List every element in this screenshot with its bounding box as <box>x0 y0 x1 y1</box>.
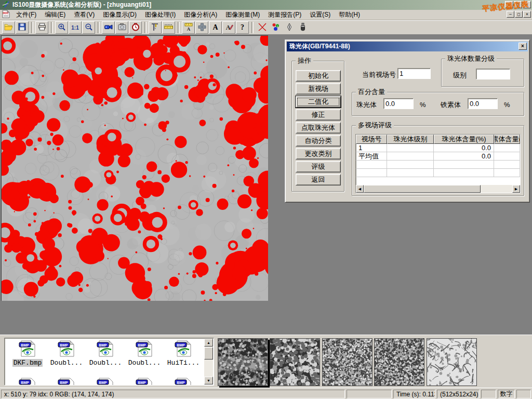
file-name[interactable]: DKF.bmp <box>12 359 43 367</box>
svg-text:BMP: BMP <box>138 343 146 347</box>
scroll-up-icon[interactable]: ▲ <box>204 339 213 347</box>
col-pearlite-content: 珠光体含量(%) <box>434 135 494 144</box>
menu-edit[interactable]: 编辑(E) <box>41 10 70 20</box>
scrollbar-thumb[interactable] <box>204 347 213 360</box>
table-horizontal-scrollbar[interactable]: ◀ ▶ <box>356 185 520 193</box>
zoom-out-button[interactable] <box>82 21 95 34</box>
scrollbar-track[interactable] <box>481 185 512 193</box>
file-name[interactable]: Doubl... <box>88 359 123 367</box>
open-folder-icon <box>4 23 13 32</box>
svg-text:BMP: BMP <box>99 343 107 347</box>
save-button[interactable] <box>16 21 29 34</box>
svg-text:BMP: BMP <box>177 343 185 347</box>
text-tool-button[interactable]: A <box>209 21 222 34</box>
pen-tool-button[interactable] <box>283 21 296 34</box>
file-name[interactable]: Doubl... <box>49 359 84 367</box>
thumbnail-canvas[interactable] <box>270 338 320 386</box>
ferrite-percent-input[interactable] <box>468 98 498 109</box>
timer-button[interactable] <box>129 21 142 34</box>
dialog-title-bar[interactable]: 珠光体(GB/T9441-88) × <box>287 42 528 51</box>
grade-button[interactable]: 评级 <box>296 161 341 172</box>
thumbnail-canvas[interactable] <box>427 338 477 386</box>
bmp-file-icon: BMP <box>58 340 75 357</box>
menu-image-processing[interactable]: 图像处理(I) <box>141 10 180 20</box>
menu-file[interactable]: 文件(F) <box>12 10 41 20</box>
file-item[interactable]: BMP <box>9 378 46 385</box>
file-item[interactable]: BMP Doubl... <box>126 340 163 367</box>
classify-tool-button[interactable]: 3 <box>269 21 282 34</box>
menu-image-measure[interactable]: 图像测量(M) <box>221 10 264 20</box>
file-item[interactable]: BMP Doubl... <box>87 340 124 367</box>
scroll-left-icon[interactable]: ◀ <box>356 185 364 193</box>
close-button[interactable]: × <box>523 1 531 8</box>
menu-view[interactable]: 查看(V) <box>70 10 99 20</box>
file-item[interactable]: BMP <box>87 378 124 385</box>
status-time: Time (s): 0.113 <box>393 390 435 398</box>
thumbnail-canvas[interactable] <box>374 338 424 386</box>
level-input[interactable] <box>476 69 510 79</box>
video-capture-button[interactable] <box>102 21 115 34</box>
thumbnail-canvas[interactable] <box>322 338 373 386</box>
help-button[interactable]: ? <box>236 21 249 34</box>
cell-pearlite-content: 0.0 <box>434 152 494 161</box>
zoom-in-button[interactable] <box>55 21 68 34</box>
pearlite-percent-input[interactable] <box>383 98 414 109</box>
snapshot-button[interactable] <box>115 21 128 34</box>
thumbnail-canvas[interactable] <box>218 338 268 386</box>
menu-help[interactable]: 帮助(H) <box>335 10 364 20</box>
micrograph-canvas[interactable] <box>1 35 268 301</box>
curve-tool-button[interactable] <box>256 21 269 34</box>
menu-measure-report[interactable]: 测量报告(P) <box>264 10 305 20</box>
bmp-file-icon: BMP <box>175 378 192 385</box>
file-item[interactable]: BMP HuiTi... <box>165 340 202 367</box>
svg-text:BMP: BMP <box>21 381 29 384</box>
minimize-button[interactable]: — <box>505 1 513 8</box>
status-empty-panel <box>481 390 496 398</box>
open-file-button[interactable] <box>2 21 15 34</box>
ruler-button[interactable] <box>162 21 175 34</box>
mdi-minimize-button[interactable]: — <box>507 11 514 18</box>
return-button[interactable]: 返回 <box>296 174 341 185</box>
initialize-button[interactable]: 初始化 <box>296 70 341 82</box>
col-pearlite-level: 珠光体级别 <box>387 135 434 144</box>
file-item[interactable]: BMP Doubl... <box>48 340 85 367</box>
file-item[interactable]: BMP DKF.bmp <box>9 340 46 367</box>
scrollbar-thumb[interactable] <box>364 185 481 193</box>
menu-image-display[interactable]: 图像显示(D) <box>99 10 141 20</box>
status-empty-panel <box>516 390 531 398</box>
text-edit-icon: A <box>225 23 233 33</box>
menu-settings[interactable]: 设置(S) <box>305 10 335 20</box>
scroll-down-icon[interactable]: ▼ <box>204 377 213 384</box>
grid-cross-icon <box>198 23 206 33</box>
table-row[interactable]: 平均值 0.0 <box>356 152 520 161</box>
file-name[interactable]: HuiTi... <box>166 359 201 367</box>
mdi-close-button[interactable]: × <box>523 11 531 18</box>
grading-table-header: 视场号 珠光体级别 珠光体含量(%) 铁素体含量(%) <box>356 135 520 144</box>
file-item[interactable]: BMP <box>165 378 202 385</box>
maximize-button[interactable]: □ <box>514 1 522 8</box>
actual-size-button[interactable]: 1:1 <box>69 21 82 34</box>
edit-text-button[interactable]: A <box>222 21 235 34</box>
mdi-restore-button[interactable]: □ <box>515 11 523 18</box>
menu-image-analysis[interactable]: 图像分析(A) <box>180 10 221 20</box>
file-list-scrollbar[interactable]: ▲ ▼ <box>204 339 213 384</box>
new-field-button[interactable]: 新视场 <box>296 83 341 95</box>
grid-stamp-button[interactable] <box>195 21 208 34</box>
pick-pearlite-button[interactable]: 点取珠光体 <box>296 122 341 134</box>
brush-tool-button[interactable] <box>296 21 309 34</box>
binarize-button[interactable]: 二值化 <box>296 96 341 108</box>
dialog-close-button[interactable]: × <box>518 43 527 50</box>
caliper-measure-button[interactable] <box>149 21 162 34</box>
file-item[interactable]: BMP <box>48 378 85 385</box>
scroll-right-icon[interactable]: ▶ <box>512 185 520 193</box>
file-name[interactable]: Doubl... <box>127 359 162 367</box>
table-row[interactable]: 1 0.0 <box>356 144 520 152</box>
print-button[interactable] <box>35 21 48 34</box>
correct-button[interactable]: 修正 <box>296 109 341 121</box>
change-class-button[interactable]: 更改类别 <box>296 148 341 159</box>
measure-annotate-button[interactable]: A <box>182 21 195 34</box>
auto-classify-button[interactable]: 自动分类 <box>296 135 341 147</box>
file-item[interactable]: BMP <box>126 378 163 385</box>
current-field-input[interactable] <box>397 68 431 79</box>
grading-table: 视场号 珠光体级别 珠光体含量(%) 铁素体含量(%) 1 0.0 平均值 <box>355 134 521 193</box>
